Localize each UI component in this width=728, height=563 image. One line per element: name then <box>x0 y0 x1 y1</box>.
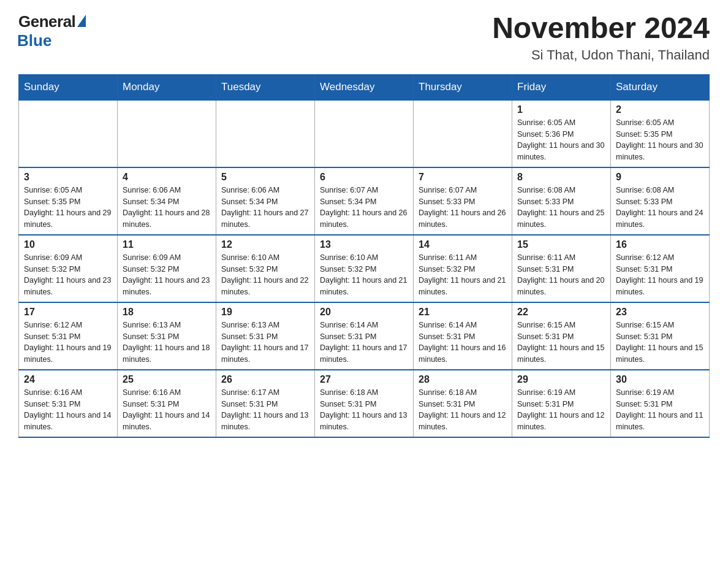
table-row: 23Sunrise: 6:15 AMSunset: 5:31 PMDayligh… <box>611 302 710 370</box>
table-row: 27Sunrise: 6:18 AMSunset: 5:31 PMDayligh… <box>315 370 414 437</box>
day-number: 13 <box>320 239 408 250</box>
day-number: 26 <box>221 374 309 385</box>
location-subtitle: Si That, Udon Thani, Thailand <box>492 47 710 63</box>
logo: General Blue <box>18 12 86 50</box>
weekday-header-tuesday: Tuesday <box>216 74 315 100</box>
weekday-header-sunday: Sunday <box>19 74 118 100</box>
day-info: Sunrise: 6:05 AMSunset: 5:35 PMDaylight:… <box>24 185 112 231</box>
day-number: 2 <box>616 104 704 115</box>
day-info: Sunrise: 6:11 AMSunset: 5:31 PMDaylight:… <box>517 252 605 298</box>
table-row: 2Sunrise: 6:05 AMSunset: 5:35 PMDaylight… <box>611 100 710 167</box>
logo-blue-text: Blue <box>17 31 51 50</box>
table-row: 3Sunrise: 6:05 AMSunset: 5:35 PMDaylight… <box>19 167 118 235</box>
title-block: November 2024 Si That, Udon Thani, Thail… <box>492 12 710 63</box>
day-number: 19 <box>221 307 309 318</box>
table-row: 29Sunrise: 6:19 AMSunset: 5:31 PMDayligh… <box>512 370 611 437</box>
table-row: 30Sunrise: 6:19 AMSunset: 5:31 PMDayligh… <box>611 370 710 437</box>
table-row: 14Sunrise: 6:11 AMSunset: 5:32 PMDayligh… <box>414 235 512 302</box>
table-row: 18Sunrise: 6:13 AMSunset: 5:31 PMDayligh… <box>118 302 216 370</box>
day-number: 14 <box>419 239 507 250</box>
day-info: Sunrise: 6:19 AMSunset: 5:31 PMDaylight:… <box>517 387 605 433</box>
day-number: 9 <box>616 172 704 183</box>
table-row: 12Sunrise: 6:10 AMSunset: 5:32 PMDayligh… <box>216 235 315 302</box>
table-row: 26Sunrise: 6:17 AMSunset: 5:31 PMDayligh… <box>216 370 315 437</box>
table-row: 6Sunrise: 6:07 AMSunset: 5:34 PMDaylight… <box>315 167 414 235</box>
table-row: 13Sunrise: 6:10 AMSunset: 5:32 PMDayligh… <box>315 235 414 302</box>
day-number: 24 <box>24 374 112 385</box>
page-header: General Blue November 2024 Si That, Udon… <box>18 12 710 63</box>
day-number: 21 <box>419 307 507 318</box>
day-info: Sunrise: 6:14 AMSunset: 5:31 PMDaylight:… <box>419 320 507 366</box>
day-number: 6 <box>320 172 408 183</box>
day-info: Sunrise: 6:08 AMSunset: 5:33 PMDaylight:… <box>517 185 605 231</box>
day-info: Sunrise: 6:12 AMSunset: 5:31 PMDaylight:… <box>24 320 112 366</box>
table-row: 9Sunrise: 6:08 AMSunset: 5:33 PMDaylight… <box>611 167 710 235</box>
weekday-header-thursday: Thursday <box>414 74 512 100</box>
day-number: 7 <box>419 172 507 183</box>
day-info: Sunrise: 6:07 AMSunset: 5:33 PMDaylight:… <box>419 185 507 231</box>
day-number: 17 <box>24 307 112 318</box>
day-info: Sunrise: 6:17 AMSunset: 5:31 PMDaylight:… <box>221 387 309 433</box>
day-number: 3 <box>24 172 112 183</box>
table-row: 1Sunrise: 6:05 AMSunset: 5:36 PMDaylight… <box>512 100 611 167</box>
day-info: Sunrise: 6:06 AMSunset: 5:34 PMDaylight:… <box>221 185 309 231</box>
weekday-header-row: SundayMondayTuesdayWednesdayThursdayFrid… <box>19 74 710 100</box>
table-row: 19Sunrise: 6:13 AMSunset: 5:31 PMDayligh… <box>216 302 315 370</box>
table-row: 5Sunrise: 6:06 AMSunset: 5:34 PMDaylight… <box>216 167 315 235</box>
day-info: Sunrise: 6:18 AMSunset: 5:31 PMDaylight:… <box>419 387 507 433</box>
month-year-title: November 2024 <box>492 12 710 45</box>
day-number: 22 <box>517 307 605 318</box>
table-row <box>118 100 216 167</box>
table-row: 16Sunrise: 6:12 AMSunset: 5:31 PMDayligh… <box>611 235 710 302</box>
calendar-week-row: 10Sunrise: 6:09 AMSunset: 5:32 PMDayligh… <box>19 235 710 302</box>
day-info: Sunrise: 6:10 AMSunset: 5:32 PMDaylight:… <box>320 252 408 298</box>
table-row: 4Sunrise: 6:06 AMSunset: 5:34 PMDaylight… <box>118 167 216 235</box>
day-number: 11 <box>123 239 211 250</box>
day-info: Sunrise: 6:05 AMSunset: 5:35 PMDaylight:… <box>616 117 704 163</box>
day-info: Sunrise: 6:08 AMSunset: 5:33 PMDaylight:… <box>616 185 704 231</box>
day-number: 5 <box>221 172 309 183</box>
table-row <box>216 100 315 167</box>
day-info: Sunrise: 6:13 AMSunset: 5:31 PMDaylight:… <box>123 320 211 366</box>
calendar-week-row: 3Sunrise: 6:05 AMSunset: 5:35 PMDaylight… <box>19 167 710 235</box>
day-info: Sunrise: 6:19 AMSunset: 5:31 PMDaylight:… <box>616 387 704 433</box>
day-number: 30 <box>616 374 704 385</box>
table-row: 17Sunrise: 6:12 AMSunset: 5:31 PMDayligh… <box>19 302 118 370</box>
table-row: 15Sunrise: 6:11 AMSunset: 5:31 PMDayligh… <box>512 235 611 302</box>
day-number: 16 <box>616 239 704 250</box>
table-row: 11Sunrise: 6:09 AMSunset: 5:32 PMDayligh… <box>118 235 216 302</box>
table-row: 24Sunrise: 6:16 AMSunset: 5:31 PMDayligh… <box>19 370 118 437</box>
day-info: Sunrise: 6:09 AMSunset: 5:32 PMDaylight:… <box>123 252 211 298</box>
table-row <box>414 100 512 167</box>
day-number: 8 <box>517 172 605 183</box>
day-number: 20 <box>320 307 408 318</box>
day-info: Sunrise: 6:16 AMSunset: 5:31 PMDaylight:… <box>24 387 112 433</box>
calendar-week-row: 17Sunrise: 6:12 AMSunset: 5:31 PMDayligh… <box>19 302 710 370</box>
day-info: Sunrise: 6:18 AMSunset: 5:31 PMDaylight:… <box>320 387 408 433</box>
table-row: 21Sunrise: 6:14 AMSunset: 5:31 PMDayligh… <box>414 302 512 370</box>
day-info: Sunrise: 6:12 AMSunset: 5:31 PMDaylight:… <box>616 252 704 298</box>
day-number: 12 <box>221 239 309 250</box>
day-info: Sunrise: 6:09 AMSunset: 5:32 PMDaylight:… <box>24 252 112 298</box>
day-info: Sunrise: 6:15 AMSunset: 5:31 PMDaylight:… <box>517 320 605 366</box>
logo-triangle-icon <box>77 15 86 27</box>
day-info: Sunrise: 6:07 AMSunset: 5:34 PMDaylight:… <box>320 185 408 231</box>
day-info: Sunrise: 6:15 AMSunset: 5:31 PMDaylight:… <box>616 320 704 366</box>
day-info: Sunrise: 6:10 AMSunset: 5:32 PMDaylight:… <box>221 252 309 298</box>
day-number: 29 <box>517 374 605 385</box>
day-info: Sunrise: 6:05 AMSunset: 5:36 PMDaylight:… <box>517 117 605 163</box>
table-row: 25Sunrise: 6:16 AMSunset: 5:31 PMDayligh… <box>118 370 216 437</box>
calendar-week-row: 1Sunrise: 6:05 AMSunset: 5:36 PMDaylight… <box>19 100 710 167</box>
day-info: Sunrise: 6:14 AMSunset: 5:31 PMDaylight:… <box>320 320 408 366</box>
day-number: 1 <box>517 104 605 115</box>
calendar-week-row: 24Sunrise: 6:16 AMSunset: 5:31 PMDayligh… <box>19 370 710 437</box>
day-number: 15 <box>517 239 605 250</box>
day-number: 10 <box>24 239 112 250</box>
day-info: Sunrise: 6:06 AMSunset: 5:34 PMDaylight:… <box>123 185 211 231</box>
day-info: Sunrise: 6:11 AMSunset: 5:32 PMDaylight:… <box>419 252 507 298</box>
table-row <box>315 100 414 167</box>
table-row: 7Sunrise: 6:07 AMSunset: 5:33 PMDaylight… <box>414 167 512 235</box>
day-number: 25 <box>123 374 211 385</box>
table-row: 10Sunrise: 6:09 AMSunset: 5:32 PMDayligh… <box>19 235 118 302</box>
weekday-header-wednesday: Wednesday <box>315 74 414 100</box>
